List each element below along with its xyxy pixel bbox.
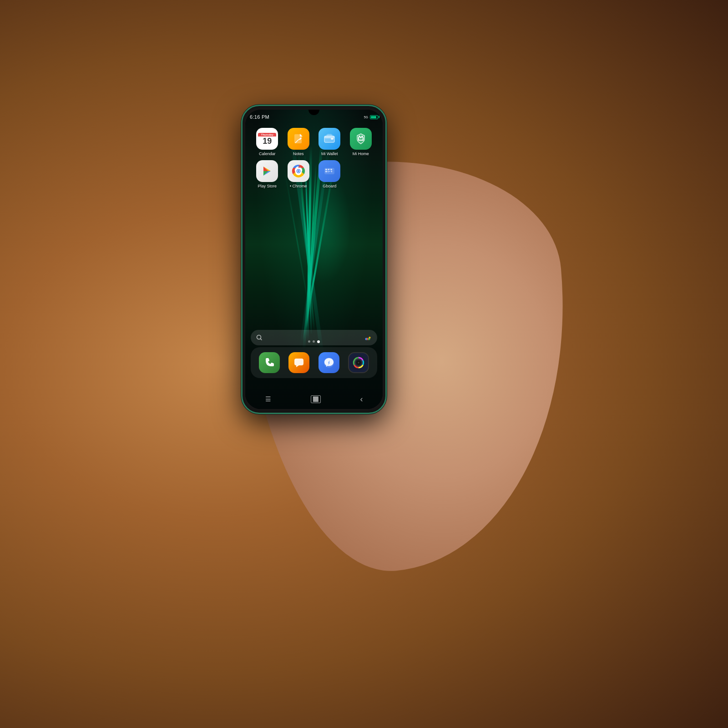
svg-marker-17	[296, 365, 299, 367]
scene: 6:16 PM 5G Thursday 19 Cale	[0, 0, 728, 728]
search-bar[interactable]	[251, 330, 377, 345]
play-store-label: Play Store	[258, 184, 277, 189]
gboard-label: Gboard	[323, 184, 336, 189]
mi-wallet-icon	[318, 128, 340, 150]
calendar-icon: Thursday 19	[256, 128, 278, 150]
dock-messages[interactable]	[288, 352, 309, 373]
dock	[251, 347, 377, 378]
battery-icon	[370, 115, 378, 119]
app-calendar[interactable]: Thursday 19 Calendar	[253, 128, 282, 157]
mi-wallet-label: Mi Wallet	[321, 152, 338, 157]
dock-messenger[interactable]	[318, 352, 339, 373]
chrome-icon	[288, 160, 309, 182]
svg-rect-10	[325, 169, 327, 170]
nav-home[interactable]: ⬜	[311, 395, 321, 403]
notes-icon	[288, 128, 309, 150]
app-grid: Thursday 19 Calendar	[245, 124, 383, 192]
svg-point-8	[298, 170, 299, 172]
calendar-label: Calendar	[259, 152, 276, 157]
dock-phone[interactable]	[259, 352, 280, 373]
status-icons: 5G	[364, 115, 378, 119]
app-gboard[interactable]: Gboard	[315, 160, 344, 189]
svg-point-22	[358, 362, 359, 364]
svg-rect-16	[294, 359, 303, 365]
notes-label: Notes	[293, 152, 304, 157]
app-play-store[interactable]: Play Store	[253, 160, 282, 189]
phone-device: 6:16 PM 5G Thursday 19 Cale	[241, 105, 387, 414]
app-mi-home[interactable]: Mi Home	[346, 128, 376, 157]
chrome-badge	[288, 180, 289, 182]
search-icon	[256, 334, 263, 341]
nav-back[interactable]: ‹	[360, 394, 363, 404]
phone-screen: 6:16 PM 5G Thursday 19 Cale	[245, 110, 383, 409]
gboard-icon	[318, 160, 340, 182]
google-logo	[364, 334, 372, 342]
signal-icon: 5G	[364, 116, 368, 119]
play-store-icon	[256, 160, 278, 182]
mi-home-icon	[350, 128, 372, 150]
cal-date-num: 19	[263, 137, 272, 145]
chrome-label: • Chrome	[290, 184, 307, 189]
app-mi-wallet[interactable]: Mi Wallet	[315, 128, 344, 157]
status-time: 6:16 PM	[250, 114, 269, 120]
mi-home-label: Mi Home	[353, 152, 369, 157]
app-chrome[interactable]: • Chrome	[284, 160, 313, 189]
svg-point-28	[369, 337, 371, 339]
cal-day: Thursday	[258, 133, 276, 136]
nav-menu[interactable]: ☰	[265, 395, 271, 403]
svg-rect-13	[325, 171, 327, 172]
nav-bar: ☰ ⬜ ‹	[245, 393, 383, 405]
dock-camera[interactable]	[348, 352, 369, 373]
svg-rect-3	[331, 138, 334, 140]
app-notes[interactable]: Notes	[284, 128, 313, 157]
